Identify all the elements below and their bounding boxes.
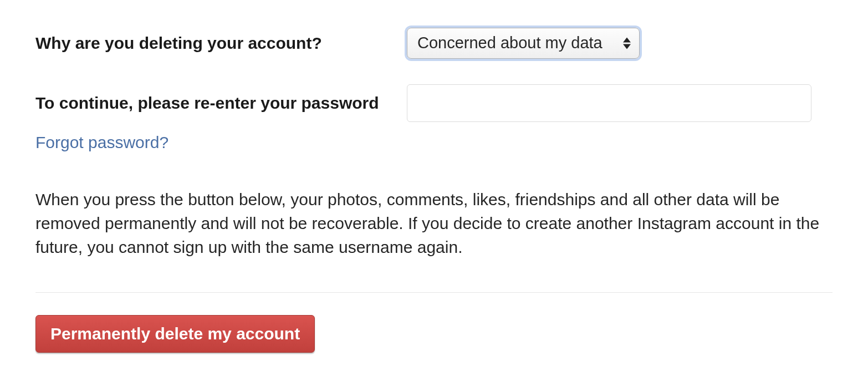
reason-row: Why are you deleting your account? Conce… bbox=[35, 28, 833, 59]
reason-label: Why are you deleting your account? bbox=[35, 32, 407, 54]
password-label: To continue, please re-enter your passwo… bbox=[35, 92, 407, 114]
delete-warning-text: When you press the button below, your ph… bbox=[35, 187, 828, 260]
permanently-delete-button[interactable]: Permanently delete my account bbox=[35, 315, 315, 353]
password-input[interactable] bbox=[407, 84, 811, 122]
reason-select-wrap: Concerned about my data bbox=[407, 28, 640, 59]
forgot-password-link[interactable]: Forgot password? bbox=[35, 133, 169, 152]
reason-select[interactable]: Concerned about my data bbox=[407, 28, 640, 59]
password-row: To continue, please re-enter your passwo… bbox=[35, 84, 833, 122]
divider bbox=[35, 292, 833, 293]
